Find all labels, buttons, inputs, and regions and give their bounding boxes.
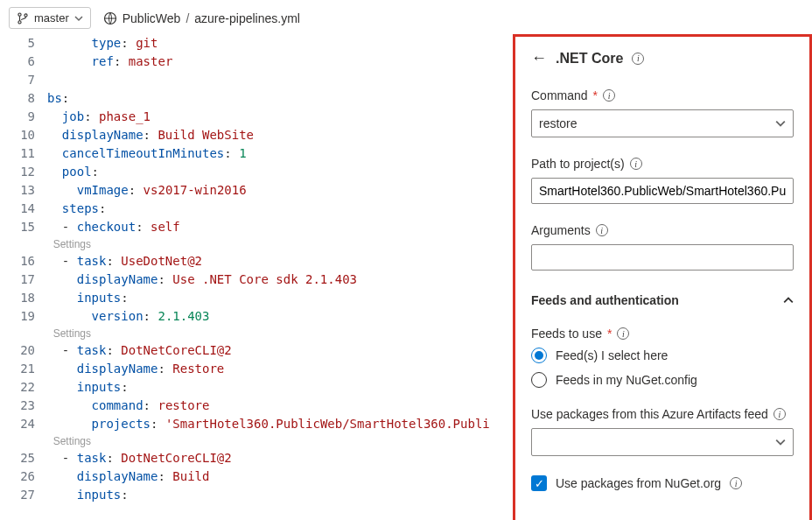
- arguments-input[interactable]: [531, 244, 794, 271]
- code-content: displayName: Restore: [47, 360, 513, 378]
- code-line: 22 inputs:: [0, 378, 513, 397]
- arguments-label: Arguments: [531, 223, 591, 237]
- info-icon[interactable]: i: [617, 327, 629, 340]
- line-number: 16: [0, 252, 47, 271]
- breadcrumb-file[interactable]: azure-pipelines.yml: [194, 11, 300, 25]
- line-number: 14: [0, 200, 47, 218]
- line-number: 26: [0, 467, 47, 486]
- breadcrumb: PublicWeb / azure-pipelines.yml: [103, 11, 300, 25]
- command-value: restore: [539, 116, 578, 130]
- info-icon[interactable]: i: [596, 224, 608, 236]
- code-line: 10 displayName: Build WebSite: [0, 126, 513, 144]
- info-icon[interactable]: i: [730, 477, 742, 489]
- code-content: bs:: [47, 89, 513, 108]
- info-icon[interactable]: i: [774, 408, 786, 420]
- line-number: 13: [0, 181, 47, 200]
- artifacts-select[interactable]: [531, 428, 794, 456]
- repo-icon: [103, 11, 117, 25]
- feed-option-nuget-config[interactable]: Feeds in my NuGet.config: [531, 372, 794, 388]
- code-line: 17 displayName: Use .NET Core sdk 2.1.40…: [0, 271, 513, 289]
- code-content: vmImage: vs2017-win2016: [47, 181, 513, 200]
- code-line: 7: [0, 71, 513, 89]
- code-line: 18 inputs:: [0, 289, 513, 307]
- line-number: [0, 326, 47, 341]
- code-line: 12 pool:: [0, 163, 513, 181]
- code-content: - task: UseDotNet@2: [47, 252, 513, 271]
- code-line: 23 command: restore: [0, 397, 513, 415]
- chevron-down-icon: [775, 437, 786, 447]
- branch-name: master: [34, 11, 69, 25]
- artifacts-label: Use packages from this Azure Artifacts f…: [531, 407, 768, 421]
- line-number: 8: [0, 89, 47, 108]
- info-icon[interactable]: i: [630, 158, 642, 170]
- back-arrow-icon[interactable]: ←: [531, 49, 547, 67]
- code-line: 11 cancelTimeoutInMinutes: 1: [0, 144, 513, 163]
- line-number: 21: [0, 360, 47, 378]
- line-number: [0, 236, 47, 252]
- line-number: 23: [0, 397, 47, 415]
- line-number: 20: [0, 341, 47, 360]
- breadcrumb-separator: /: [186, 11, 189, 25]
- code-line: 19 version: 2.1.403: [0, 307, 513, 326]
- branch-selector[interactable]: master: [9, 7, 91, 29]
- code-content: Settings: [47, 433, 513, 449]
- code-line: 9 job: phase_1: [0, 108, 513, 126]
- feed-option-label: Feeds in my NuGet.config: [556, 373, 697, 387]
- task-panel: ← .NET Core i Command * i restore: [513, 34, 812, 520]
- code-line: 16 - task: UseDotNet@2: [0, 252, 513, 271]
- chevron-up-icon: [783, 295, 794, 306]
- line-number: 9: [0, 108, 47, 126]
- line-number: [0, 433, 47, 449]
- radio-icon: [531, 348, 547, 363]
- command-select[interactable]: restore: [531, 109, 794, 137]
- code-content: Settings: [47, 326, 513, 341]
- code-content: ref: master: [47, 53, 513, 71]
- code-line: 27 inputs:: [0, 486, 513, 504]
- code-line: 13 vmImage: vs2017-win2016: [0, 181, 513, 200]
- code-editor[interactable]: 5 type: git6 ref: master78bs:9 job: phas…: [0, 34, 513, 520]
- path-input[interactable]: [531, 178, 794, 204]
- feeds-section-toggle[interactable]: Feeds and authentication: [531, 290, 794, 311]
- feeds-section-title: Feeds and authentication: [531, 293, 679, 307]
- code-line: 14 steps:: [0, 200, 513, 218]
- code-line: 26 displayName: Build: [0, 467, 513, 486]
- svg-point-1: [18, 20, 21, 23]
- code-content: [47, 71, 513, 89]
- line-number: 25: [0, 449, 47, 467]
- branch-icon: [17, 12, 29, 25]
- code-content: job: phase_1: [47, 108, 513, 126]
- feeds-label: Feeds to use: [531, 327, 602, 341]
- line-number: 11: [0, 144, 47, 163]
- code-line: 25 - task: DotNetCoreCLI@2: [0, 449, 513, 467]
- settings-codelens[interactable]: Settings: [0, 433, 513, 449]
- required-mark: *: [593, 88, 598, 102]
- code-line: 8bs:: [0, 89, 513, 108]
- code-content: Settings: [47, 236, 513, 252]
- code-content: displayName: Build WebSite: [47, 126, 513, 144]
- code-content: displayName: Build: [47, 467, 513, 486]
- line-number: 12: [0, 163, 47, 181]
- line-number: 10: [0, 126, 47, 144]
- line-number: 22: [0, 378, 47, 397]
- code-content: type: git: [47, 34, 513, 53]
- settings-codelens[interactable]: Settings: [0, 326, 513, 341]
- info-icon[interactable]: i: [632, 53, 644, 65]
- code-content: - checkout: self: [47, 218, 513, 236]
- nuget-org-label: Use packages from NuGet.org: [556, 476, 721, 490]
- info-icon[interactable]: i: [603, 89, 615, 102]
- line-number: 27: [0, 486, 47, 504]
- chevron-down-icon: [775, 118, 786, 129]
- code-line: 24 projects: 'SmartHotel360.PublicWeb/Sm…: [0, 415, 513, 433]
- path-label: Path to project(s): [531, 157, 625, 171]
- code-content: - task: DotNetCoreCLI@2: [47, 341, 513, 360]
- feed-option-select-here[interactable]: Feed(s) I select here: [531, 348, 794, 363]
- required-mark: *: [607, 327, 612, 341]
- code-content: - task: DotNetCoreCLI@2: [47, 449, 513, 467]
- settings-codelens[interactable]: Settings: [0, 236, 513, 252]
- breadcrumb-root[interactable]: PublicWeb: [122, 11, 181, 25]
- code-content: command: restore: [47, 397, 513, 415]
- code-line: 5 type: git: [0, 34, 513, 53]
- nuget-org-checkbox[interactable]: ✓ Use packages from NuGet.org i: [531, 475, 794, 491]
- checkbox-checked-icon: ✓: [531, 475, 547, 491]
- svg-point-0: [18, 13, 21, 16]
